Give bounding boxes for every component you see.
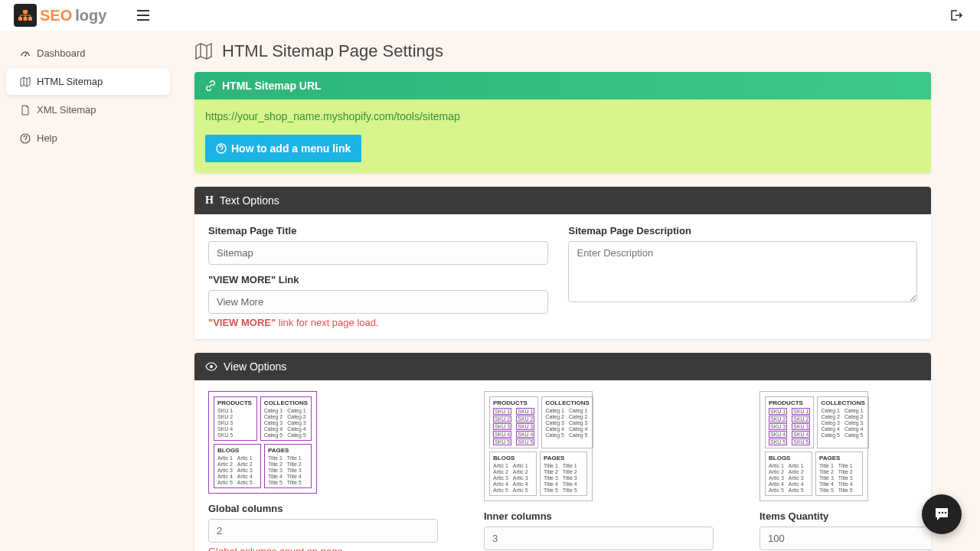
- eye-icon: [205, 362, 217, 371]
- viewmore-hint: "VIEW MORE" link for next page load.: [208, 317, 548, 328]
- page-title: HTML Sitemap Page Settings: [194, 41, 931, 61]
- menu-toggle-icon[interactable]: [137, 10, 149, 21]
- gauge-icon: [20, 48, 31, 59]
- inner-columns-label: Inner columns: [484, 510, 714, 522]
- link-icon: [205, 80, 216, 91]
- map-icon: [194, 42, 213, 60]
- sitemap-url-link[interactable]: https://your_shop_name.myshopify.com/too…: [205, 110, 920, 122]
- svg-rect-3: [28, 17, 32, 21]
- nav-label: XML Sitemap: [37, 104, 96, 116]
- nav-label: HTML Sitemap: [37, 76, 103, 87]
- question-circle-icon: [216, 143, 227, 154]
- global-columns-input[interactable]: [208, 519, 438, 543]
- text-options-header: H Text Options: [194, 187, 931, 214]
- svg-point-9: [942, 512, 943, 514]
- sidebar-item-help[interactable]: Help: [6, 125, 170, 152]
- items-quantity-input[interactable]: [760, 527, 931, 550]
- viewmore-label: "VIEW MORE" Link: [208, 274, 548, 285]
- sidebar-item-xml-sitemap[interactable]: XML Sitemap: [6, 96, 170, 123]
- url-card-header: HTML Sitemap URL: [194, 72, 931, 99]
- view-options-card: View Options PRODUCTSSKU 1SKU 2SKU 3SKU …: [194, 353, 931, 551]
- heading-icon: H: [205, 194, 214, 207]
- sidebar-item-html-sitemap[interactable]: HTML Sitemap: [6, 68, 170, 95]
- text-options-card: H Text Options Sitemap Page Title "VIEW …: [194, 187, 931, 339]
- top-bar: SEOlogy: [0, 0, 980, 31]
- logo-text-seo: SEO: [40, 7, 72, 24]
- sitemap-title-label: Sitemap Page Title: [208, 225, 548, 236]
- inner-columns-input[interactable]: [484, 527, 714, 550]
- nav-label: Dashboard: [37, 47, 86, 59]
- global-columns-label: Global columns: [208, 503, 438, 514]
- viewmore-input[interactable]: [208, 290, 548, 314]
- logo: SEOlogy: [14, 4, 106, 27]
- svg-rect-2: [24, 17, 28, 21]
- file-icon: [20, 105, 31, 116]
- svg-rect-1: [18, 17, 22, 21]
- logo-badge-icon: [14, 4, 37, 27]
- logo-text-logy: logy: [75, 7, 106, 24]
- question-icon: [20, 133, 31, 144]
- how-to-add-menu-link-button[interactable]: How to add a menu link: [205, 135, 361, 162]
- logout-icon[interactable]: [949, 9, 963, 21]
- nav-label: Help: [37, 132, 57, 144]
- sitemap-desc-label: Sitemap Page Description: [568, 225, 917, 236]
- svg-point-8: [939, 512, 940, 514]
- sitemap-desc-textarea[interactable]: [568, 241, 917, 302]
- url-card: HTML Sitemap URL https://your_shop_name.…: [194, 72, 931, 173]
- svg-point-10: [945, 512, 946, 514]
- global-hint: Global columns count on page.: [208, 546, 438, 551]
- sitemap-title-input[interactable]: [208, 241, 548, 265]
- svg-point-7: [210, 365, 213, 368]
- items-quantity-label: Items Quantity: [760, 510, 931, 522]
- sidebar-item-dashboard[interactable]: Dashboard: [6, 40, 170, 67]
- svg-rect-0: [23, 10, 28, 14]
- sidebar: Dashboard HTML Sitemap XML Sitemap Help: [0, 31, 176, 551]
- map-icon: [20, 77, 31, 87]
- chat-widget-button[interactable]: [922, 494, 962, 534]
- svg-point-4: [24, 55, 26, 57]
- view-options-header: View Options: [194, 353, 931, 380]
